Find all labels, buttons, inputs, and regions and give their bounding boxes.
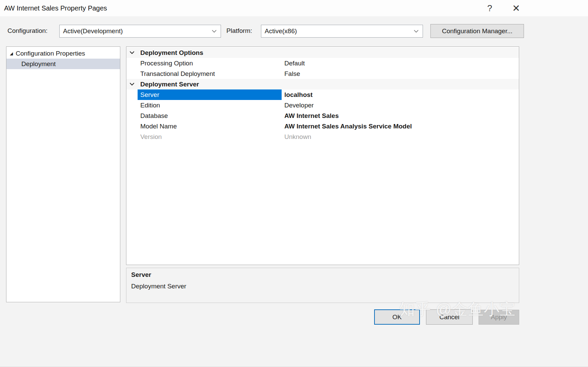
titlebar: AW Internet Sales Property Pages ? ✕ [0,0,588,16]
category-row-deployment-server[interactable]: Deployment Server [126,79,519,89]
apply-button[interactable]: Apply [479,310,519,325]
close-icon[interactable]: ✕ [507,0,525,16]
property-row-processing-option[interactable]: Processing Option Default [126,58,519,68]
chevron-down-icon [212,30,217,33]
property-value[interactable]: localhost [282,89,519,100]
collapse-chevron-icon[interactable] [126,83,138,86]
tree-node-label: Configuration Properties [16,50,85,57]
category-row-deployment-options[interactable]: Deployment Options [126,47,519,58]
property-value[interactable]: Developer [282,100,519,110]
property-name[interactable]: Edition [138,100,282,110]
tree-node-label: Deployment [21,60,56,68]
property-name[interactable]: Database [138,110,282,121]
platform-dropdown[interactable]: Active(x86) [261,25,423,38]
property-value[interactable]: Default [282,58,519,68]
window-title: AW Internet Sales Property Pages [4,0,107,16]
property-row-server[interactable]: Server localhost [126,89,519,100]
cancel-button[interactable]: Cancel [426,309,473,325]
property-grid: Deployment Options Processing Option Def… [126,46,519,265]
property-row-edition[interactable]: Edition Developer [126,100,519,110]
configuration-dropdown[interactable]: Active(Development) [59,25,221,38]
category-label: Deployment Server [138,81,199,88]
chevron-down-icon [414,30,419,33]
tree-node-configuration-properties[interactable]: ◢ Configuration Properties [6,48,120,59]
tree-expander-icon[interactable]: ◢ [10,51,13,56]
property-name[interactable]: Model Name [138,121,282,131]
category-label: Deployment Options [138,49,203,57]
property-value[interactable]: AW Internet Sales Analysis Service Model [282,121,519,131]
ok-button[interactable]: OK [374,309,420,325]
property-name[interactable]: Processing Option [138,58,282,68]
property-pages-dialog: AW Internet Sales Property Pages ? ✕ Con… [0,0,588,367]
description-title: Server [131,271,151,279]
property-row-version[interactable]: Version Unknown [126,131,519,142]
property-row-transactional-deployment[interactable]: Transactional Deployment False [126,68,519,79]
tree-node-deployment[interactable]: Deployment [6,59,120,69]
configuration-label: Configuration: [7,24,47,38]
property-row-database[interactable]: Database AW Internet Sales [126,110,519,121]
property-value[interactable]: False [282,68,519,79]
property-row-model-name[interactable]: Model Name AW Internet Sales Analysis Se… [126,121,519,131]
property-name[interactable]: Version [138,131,282,142]
description-text: Deployment Server [131,283,186,290]
configuration-manager-button[interactable]: Configuration Manager... [430,24,524,38]
property-name[interactable]: Server [138,89,282,100]
collapse-chevron-icon[interactable] [126,51,138,54]
platform-label: Platform: [226,24,252,38]
description-panel: Server Deployment Server [126,268,519,303]
platform-value: Active(x86) [261,27,414,35]
configuration-tree: ◢ Configuration Properties Deployment [6,46,120,302]
configuration-value: Active(Development) [60,27,212,35]
property-name[interactable]: Transactional Deployment [138,68,282,79]
property-value[interactable]: AW Internet Sales [282,110,519,121]
property-value[interactable]: Unknown [282,131,519,142]
help-icon[interactable]: ? [481,0,499,16]
